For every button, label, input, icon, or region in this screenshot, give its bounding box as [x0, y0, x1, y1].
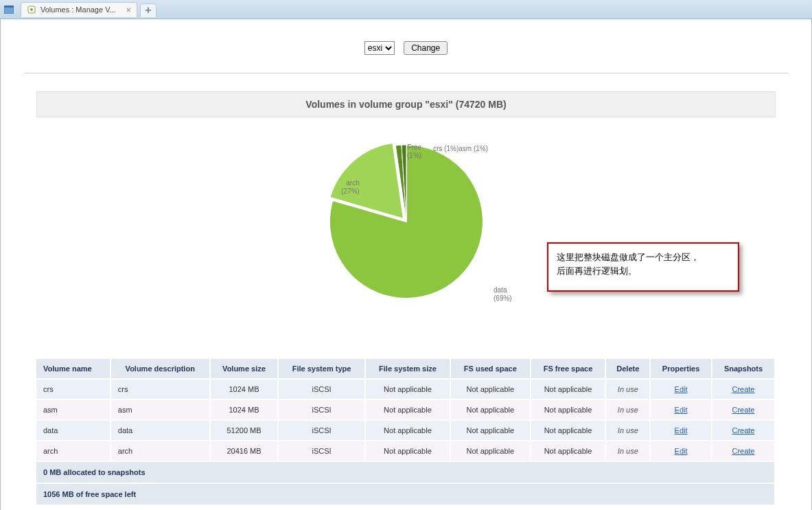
cell-desc: asm	[111, 399, 210, 420]
create-link[interactable]: Create	[732, 385, 754, 393]
th-fssize: File system size	[365, 359, 450, 379]
th-properties: Properties	[650, 359, 712, 379]
cell-size: 20416 MB	[210, 441, 279, 461]
create-link[interactable]: Create	[732, 447, 754, 455]
pie-label-data: data(69%)	[494, 286, 512, 303]
pie-chart-area: data(69%) arch(27%) Free(1%) crs (1%)asm…	[24, 132, 788, 338]
cell-fsfree: Not applicable	[531, 399, 606, 420]
cell-fstype: iSCSI	[278, 441, 364, 461]
cell-delete: In use	[605, 399, 650, 420]
close-tab-icon[interactable]: ×	[126, 5, 131, 15]
table-row: datadata51200 MBiSCSINot applicableNot a…	[36, 420, 775, 441]
table-row: asmasm1024 MBiSCSINot applicableNot appl…	[36, 399, 775, 420]
edit-link[interactable]: Edit	[675, 385, 688, 393]
footer-row-freespace: 1056 MB of free space left	[36, 483, 775, 505]
cell-delete: In use	[605, 441, 650, 461]
edit-link[interactable]: Edit	[675, 406, 688, 414]
browser-tab-bar: Volumes : Manage V... × +	[0, 0, 812, 19]
cell-properties: Edit	[650, 379, 712, 399]
window-icon	[3, 5, 15, 14]
th-fsused: FS used space	[450, 359, 530, 379]
svg-point-3	[30, 8, 33, 11]
svg-rect-1	[4, 5, 14, 8]
th-delete: Delete	[605, 359, 650, 379]
cell-fsfree: Not applicable	[531, 420, 606, 441]
cell-properties: Edit	[650, 420, 712, 441]
create-link[interactable]: Create	[732, 426, 754, 434]
cell-fsused: Not applicable	[450, 420, 530, 441]
th-size: Volume size	[210, 359, 279, 379]
change-button[interactable]: Change	[404, 41, 448, 55]
cell-name: crs	[36, 379, 111, 399]
tab-strip: Volumes : Manage V... × +	[21, 2, 156, 17]
cell-name: arch	[36, 441, 111, 461]
page-viewport: esxi Change Volumes in volume group "esx…	[0, 19, 812, 510]
cell-fstype: iSCSI	[278, 420, 364, 441]
cell-desc: crs	[111, 379, 210, 399]
pie-label-crs-asm: crs (1%)asm (1%)	[433, 145, 488, 153]
th-fsfree: FS free space	[531, 359, 606, 379]
cell-fsfree: Not applicable	[531, 379, 606, 399]
volumes-table: Volume name Volume description Volume si…	[36, 359, 776, 506]
pie-label-arch: arch(27%)	[341, 179, 360, 196]
create-link[interactable]: Create	[732, 406, 754, 414]
cell-fssize: Not applicable	[365, 420, 450, 441]
inuse-label: In use	[618, 385, 638, 393]
cell-desc: data	[111, 420, 210, 441]
cell-delete: In use	[605, 420, 650, 441]
cell-delete: In use	[605, 379, 650, 399]
pie-label-free: Free(1%)	[407, 143, 421, 160]
cell-desc: arch	[111, 441, 210, 461]
cell-fstype: iSCSI	[278, 399, 364, 420]
divider	[24, 73, 788, 73]
cell-fsused: Not applicable	[450, 441, 530, 461]
tab-title: Volumes : Manage V...	[40, 5, 116, 14]
favicon-icon	[27, 5, 36, 14]
cell-snapshots: Create	[712, 399, 775, 420]
volumes-table-wrap: Volume name Volume description Volume si…	[36, 359, 776, 506]
section-title: Volumes in volume group "esxi" (74720 MB…	[36, 91, 776, 117]
cell-name: asm	[36, 399, 111, 420]
th-fstype: File system type	[278, 359, 364, 379]
vg-select[interactable]: esxi	[364, 41, 395, 55]
table-header-row: Volume name Volume description Volume si…	[36, 359, 775, 379]
cell-fsused: Not applicable	[450, 399, 530, 420]
cell-fsfree: Not applicable	[531, 441, 606, 461]
cell-fssize: Not applicable	[365, 379, 450, 399]
cell-properties: Edit	[650, 441, 712, 461]
footer-row-snapshots: 0 MB allocated to snapshots	[36, 461, 775, 483]
th-desc: Volume description	[111, 359, 210, 379]
edit-link[interactable]: Edit	[675, 426, 688, 434]
plus-icon: +	[145, 4, 151, 16]
cell-fssize: Not applicable	[365, 441, 450, 461]
cell-fstype: iSCSI	[278, 379, 364, 399]
cell-snapshots: Create	[712, 420, 775, 441]
annotation-callout: 这里把整块磁盘做成了一个主分区， 后面再进行逻辑划。	[547, 242, 739, 292]
new-tab-button[interactable]: +	[140, 3, 156, 17]
footer-freespace-text: 1056 MB of free space left	[36, 483, 775, 505]
cell-size: 51200 MB	[210, 420, 279, 441]
volume-group-selector: esxi Change	[24, 32, 788, 73]
table-row: crscrs1024 MBiSCSINot applicableNot appl…	[36, 379, 775, 399]
annotation-line1: 这里把整块磁盘做成了一个主分区，	[557, 252, 699, 262]
inuse-label: In use	[618, 447, 638, 455]
cell-size: 1024 MB	[210, 399, 279, 420]
annotation-line2: 后面再进行逻辑划。	[557, 266, 637, 276]
tab-active[interactable]: Volumes : Manage V... ×	[21, 2, 137, 17]
footer-snapshots-text: 0 MB allocated to snapshots	[36, 461, 775, 483]
cell-properties: Edit	[650, 399, 712, 420]
cell-name: data	[36, 420, 111, 441]
th-name: Volume name	[36, 359, 111, 379]
th-snapshots: Snapshots	[712, 359, 775, 379]
inuse-label: In use	[618, 406, 638, 414]
cell-size: 1024 MB	[210, 379, 279, 399]
cell-fssize: Not applicable	[365, 399, 450, 420]
table-row: archarch20416 MBiSCSINot applicableNot a…	[36, 441, 775, 461]
cell-fsused: Not applicable	[450, 379, 530, 399]
cell-snapshots: Create	[712, 379, 775, 399]
cell-snapshots: Create	[712, 441, 775, 461]
pie-chart	[303, 132, 509, 311]
inuse-label: In use	[618, 426, 638, 434]
edit-link[interactable]: Edit	[675, 447, 688, 455]
